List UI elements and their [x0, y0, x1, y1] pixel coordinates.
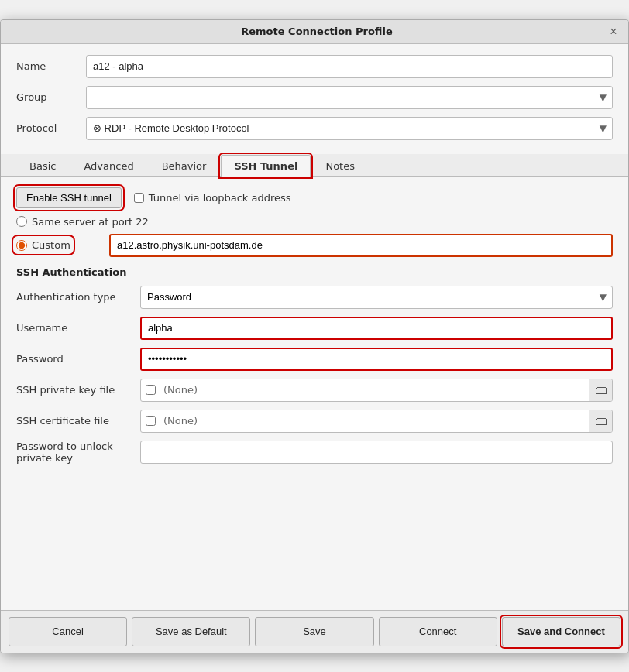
- custom-label-wrap: Custom: [16, 239, 109, 251]
- group-select-wrap: ▼: [86, 86, 613, 109]
- ssh-cert-row: SSH certificate file (None) 🗃: [16, 410, 613, 433]
- remote-connection-dialog: Remote Connection Profile × Name Group ▼…: [0, 19, 629, 653]
- radio-same-server-input[interactable]: [16, 216, 27, 227]
- enable-ssh-button[interactable]: Enable SSH tunnel: [16, 187, 122, 208]
- ssh-private-key-label: SSH private key file: [16, 384, 140, 396]
- username-label: Username: [16, 322, 140, 334]
- tab-behavior[interactable]: Behavior: [149, 155, 220, 177]
- custom-row: Custom: [16, 234, 613, 257]
- titlebar: Remote Connection Profile ×: [1, 20, 628, 44]
- save-button[interactable]: Save: [255, 617, 373, 646]
- ssh-cert-browse-button[interactable]: 🗃: [589, 410, 612, 433]
- protocol-row: Protocol ⊗ RDP - Remote Desktop Protocol…: [16, 117, 613, 140]
- tabs-bar: Basic Advanced Behavior SSH Tunnel Notes: [1, 154, 628, 177]
- footer: Cancel Save as Default Save Connect Save…: [1, 610, 628, 653]
- protocol-select[interactable]: ⊗ RDP - Remote Desktop Protocol: [86, 117, 613, 140]
- radio-same-server-row: Same server at port 22: [16, 216, 613, 228]
- ssh-private-key-checkbox[interactable]: [146, 385, 156, 395]
- tab-advanced[interactable]: Advanced: [70, 155, 146, 177]
- ssh-private-key-row: SSH private key file (None) 🗃: [16, 379, 613, 402]
- tab-notes[interactable]: Notes: [312, 155, 368, 177]
- group-select[interactable]: [86, 86, 613, 109]
- connect-button[interactable]: Connect: [379, 617, 497, 646]
- radio-custom-label: Custom: [32, 239, 70, 251]
- tab-basic[interactable]: Basic: [16, 155, 69, 177]
- ssh-cert-label: SSH certificate file: [16, 415, 140, 427]
- protocol-label: Protocol: [16, 122, 86, 134]
- auth-type-select-wrap: Password Public key ▼: [140, 286, 613, 309]
- unlock-key-input[interactable]: [140, 441, 613, 464]
- save-default-button[interactable]: Save as Default: [132, 617, 250, 646]
- ssh-cert-value: (None): [160, 415, 589, 427]
- tab-ssh-tunnel[interactable]: SSH Tunnel: [221, 155, 311, 177]
- radio-custom-input[interactable]: [16, 240, 27, 251]
- name-row: Name: [16, 55, 613, 78]
- username-input[interactable]: [140, 317, 613, 340]
- tunnel-loopback-label: Tunnel via loopback address: [149, 192, 291, 204]
- protocol-select-wrap: ⊗ RDP - Remote Desktop Protocol ▼: [86, 117, 613, 140]
- password-input[interactable]: [140, 348, 613, 371]
- group-label: Group: [16, 91, 86, 103]
- close-button[interactable]: ×: [607, 25, 620, 39]
- custom-server-input[interactable]: [109, 234, 613, 257]
- ssh-cert-field: (None) 🗃: [140, 410, 613, 433]
- cancel-button[interactable]: Cancel: [9, 617, 127, 646]
- unlock-key-row: Password to unlock private key: [16, 441, 613, 464]
- radio-same-server[interactable]: Same server at port 22: [16, 216, 149, 228]
- enable-ssh-row: Enable SSH tunnel Tunnel via loopback ad…: [16, 187, 613, 208]
- dialog-title: Remote Connection Profile: [27, 26, 607, 37]
- auth-type-row: Authentication type Password Public key …: [16, 286, 613, 309]
- ssh-cert-checkbox[interactable]: [146, 416, 156, 426]
- ssh-tunnel-content: Enable SSH tunnel Tunnel via loopback ad…: [1, 177, 628, 610]
- ssh-private-key-browse-button[interactable]: 🗃: [589, 379, 612, 402]
- group-row: Group ▼: [16, 86, 613, 109]
- ssh-auth-header: SSH Authentication: [16, 266, 613, 278]
- tunnel-loopback-row: Tunnel via loopback address: [134, 192, 291, 204]
- username-row: Username: [16, 317, 613, 340]
- auth-type-select[interactable]: Password Public key: [140, 286, 613, 309]
- radio-same-server-label: Same server at port 22: [32, 216, 149, 228]
- name-label: Name: [16, 60, 86, 72]
- form-area: Name Group ▼ Protocol ⊗ RDP - Remote Des…: [1, 44, 628, 154]
- auth-type-label: Authentication type: [16, 291, 140, 303]
- save-connect-button[interactable]: Save and Connect: [502, 617, 620, 646]
- password-label: Password: [16, 353, 140, 365]
- unlock-key-label: Password to unlock private key: [16, 441, 140, 464]
- tunnel-loopback-checkbox[interactable]: [134, 193, 144, 203]
- name-input[interactable]: [86, 55, 613, 78]
- ssh-private-key-field: (None) 🗃: [140, 379, 613, 402]
- radio-custom[interactable]: Custom: [16, 239, 70, 251]
- ssh-private-key-value: (None): [160, 384, 589, 396]
- password-row: Password: [16, 348, 613, 371]
